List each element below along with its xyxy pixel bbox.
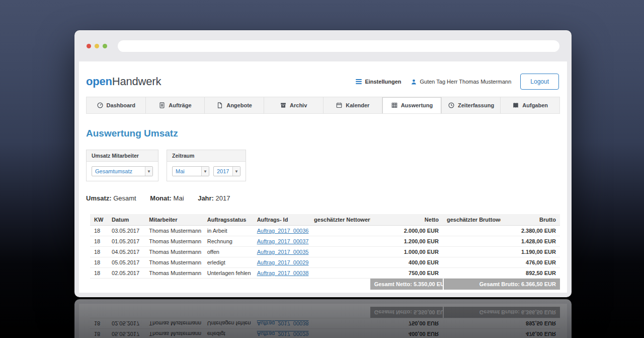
summary-jahr-value: 2017: [216, 194, 230, 202]
window-close-button[interactable]: [87, 44, 91, 48]
cell-status: in Arbeit: [203, 226, 253, 236]
cell-gesch-nettowert: [310, 257, 370, 268]
tab-bar: Dashboard Aufträge Angebote Archiv: [86, 97, 560, 114]
cell-datum: 01.05.2017: [108, 236, 145, 247]
revenue-table: KW Datum Mitarbeiter Auftragsstatus Auft…: [90, 214, 560, 290]
table-row: 18 01.05.2017 Thomas Mustermann Rechnung…: [90, 236, 560, 247]
summary-line: Umsatz: Gesamt Monat: Mai Jahr: 2017: [86, 194, 560, 202]
cell-gesch-bruttowert: [443, 268, 501, 279]
app-page: openHandwerk Einstellungen Guten Tag Her…: [79, 61, 567, 293]
order-link[interactable]: Auftrag_2017_00036: [257, 228, 309, 234]
cell-gesch-bruttowert: [443, 226, 501, 236]
summary-umsatz-value: Gesamt: [113, 194, 136, 202]
calendar-icon: [336, 102, 343, 109]
settings-link[interactable]: Einstellungen: [356, 79, 401, 85]
browser-window: openHandwerk Einstellungen Guten Tag Her…: [74, 30, 572, 297]
cell-gesch-nettowert: [310, 268, 370, 279]
month-select[interactable]: Mai: [172, 166, 209, 176]
tab-zeiterfassung[interactable]: Zeiterfassung: [441, 97, 501, 113]
gesamt-netto-badge: Gesamt Netto: 5.350,00 EUR: [370, 279, 443, 290]
table-row: 18 02.05.2017 Thomas Mustermann Unterlag…: [90, 268, 560, 279]
tab-kalender[interactable]: Kalender: [323, 97, 382, 113]
tab-label: Aufträge: [169, 102, 191, 108]
filters-row: Umsatz Mitarbeiter Gesamtumsatz ▼: [86, 150, 560, 181]
app-header: openHandwerk Einstellungen Guten Tag Her…: [79, 61, 567, 97]
cell-gesch-bruttowert: [443, 236, 501, 247]
column-header: geschätzter Bruttowert: [443, 214, 501, 226]
cell-kw: 18: [90, 247, 108, 257]
column-header: Mitarbeiter: [145, 214, 203, 226]
umsatz-select-wrap: Gesamtumsatz ▼: [92, 166, 153, 176]
total-brutto-cell: Gesamt Brutto: 6.366,50 EUR: [443, 279, 560, 290]
cell-datum: 03.05.2017: [108, 226, 145, 236]
tab-angebote[interactable]: Angebote: [204, 97, 264, 113]
order-link[interactable]: Auftrag_2017_00037: [257, 238, 309, 244]
tab-label: Dashboard: [107, 102, 135, 108]
summary-monat-label: Monat:: [150, 194, 172, 202]
summary-jahr-label: Jahr:: [198, 194, 214, 202]
evaluation-grid-icon: [391, 102, 398, 109]
settings-label: Einstellungen: [365, 79, 401, 85]
summary-monat-value: Mai: [174, 194, 184, 202]
app-logo[interactable]: openHandwerk: [86, 75, 161, 88]
cell-brutto: 476,00 EUR: [501, 257, 560, 268]
column-header: geschätzter Nettowert: [310, 214, 370, 226]
url-bar[interactable]: [118, 40, 559, 52]
cell-brutto: 1.190,00 EUR: [501, 247, 560, 257]
browser-titlebar: [74, 30, 572, 61]
cell-kw: 18: [90, 257, 108, 268]
page-content: Auswertung Umsatz Umsatz Mitarbeiter Ges…: [79, 128, 567, 290]
cell-gesch-nettowert: [310, 226, 370, 236]
tab-label: Kalender: [346, 102, 369, 108]
cell-mitarbeiter: Thomas Mustermann: [145, 257, 203, 268]
tab-label: Aufgaben: [522, 102, 548, 108]
archive-icon: [280, 102, 287, 109]
cell-status: offen: [203, 247, 253, 257]
cell-status: Rechnung: [203, 236, 253, 247]
window-minimize-button[interactable]: [95, 44, 99, 48]
column-header: KW: [90, 214, 108, 226]
cell-datum: 04.05.2017: [108, 247, 145, 257]
cell-auftrag-id: Auftrag_2017_00037: [253, 236, 310, 247]
order-link[interactable]: Auftrag_2017_00035: [257, 249, 309, 255]
filter-umsatz-mitarbeiter: Umsatz Mitarbeiter Gesamtumsatz ▼: [86, 150, 158, 181]
column-header: Netto: [370, 214, 443, 226]
tab-label: Zeiterfassung: [458, 102, 494, 108]
column-header: Auftrags- Id: [253, 214, 310, 226]
cell-kw: 18: [90, 236, 108, 247]
cell-brutto: 892,50 EUR: [501, 268, 560, 279]
user-icon: [411, 79, 417, 85]
tab-auswertung[interactable]: Auswertung: [382, 97, 441, 113]
umsatz-mitarbeiter-select[interactable]: Gesamtumsatz: [92, 166, 153, 176]
filter-zeitraum: Zeitraum Mai ▼ 2017: [167, 150, 246, 181]
cell-mitarbeiter: Thomas Mustermann: [145, 247, 203, 257]
page-title: Auswertung Umsatz: [86, 128, 560, 139]
tab-aufgaben[interactable]: Aufgaben: [500, 97, 559, 113]
browser-window-position: openHandwerk Einstellungen Guten Tag Her…: [74, 30, 572, 297]
cell-gesch-nettowert: [310, 236, 370, 247]
window-controls: [87, 44, 107, 48]
tab-auftraege[interactable]: Aufträge: [145, 97, 205, 113]
cell-netto: 750,00 EUR: [370, 268, 443, 279]
cell-auftrag-id: Auftrag_2017_00038: [253, 268, 310, 279]
cell-mitarbeiter: Thomas Mustermann: [145, 268, 203, 279]
year-select[interactable]: 2017: [213, 166, 240, 176]
window-zoom-button[interactable]: [103, 44, 107, 48]
tab-archiv[interactable]: Archiv: [264, 97, 323, 113]
desktop-background: openHandwerk Einstellungen Guten Tag Her…: [0, 0, 644, 338]
cell-auftrag-id: Auftrag_2017_00035: [253, 247, 310, 257]
cell-netto: 2.000,00 EUR: [370, 226, 443, 236]
order-link[interactable]: Auftrag_2017_00038: [257, 270, 309, 276]
tab-label: Angebote: [226, 102, 252, 108]
logout-button[interactable]: Logout: [520, 74, 559, 90]
cell-kw: 18: [90, 226, 108, 236]
header-right-cluster: Einstellungen Guten Tag Herr Thomas Must…: [356, 74, 559, 90]
gesamt-brutto-badge: Gesamt Brutto: 6.366,50 EUR: [444, 279, 560, 290]
order-link[interactable]: Auftrag_2017_00029: [257, 259, 309, 265]
column-header: Auftragsstatus: [203, 214, 253, 226]
table-total-row: Gesamt Netto: 5.350,00 EUR Gesamt Brutto…: [90, 279, 560, 290]
cell-netto: 400,00 EUR: [370, 257, 443, 268]
year-select-wrap: 2017 ▼: [213, 166, 240, 176]
tab-dashboard[interactable]: Dashboard: [87, 97, 145, 113]
cell-status: Unterlagen fehlen: [203, 268, 253, 279]
